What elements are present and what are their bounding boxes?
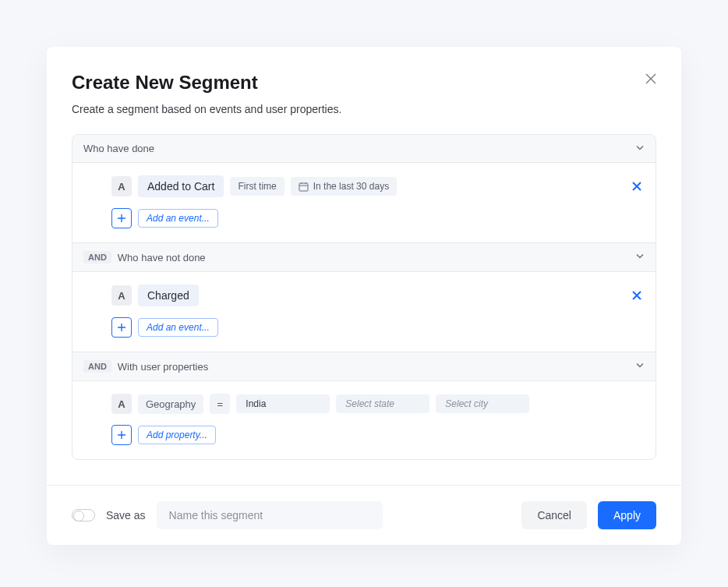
qualifier-chip[interactable]: First time <box>230 177 284 196</box>
event-chip[interactable]: Added to Cart <box>138 175 224 197</box>
add-event-link[interactable]: Add an event... <box>138 318 218 337</box>
letter-badge: A <box>111 394 132 414</box>
section-body-notdone: A Charged Add an event... <box>72 272 656 352</box>
property-chip[interactable]: Geography <box>138 394 203 414</box>
close-button[interactable] <box>645 73 656 84</box>
section-body-props: A Geography = India Select state Select … <box>72 381 656 459</box>
section-header-notdone[interactable]: AND Who have not done <box>72 243 656 272</box>
chevron-down-icon <box>635 252 645 263</box>
timeframe-chip[interactable]: In the last 30 days <box>291 177 397 196</box>
add-button[interactable] <box>111 425 132 445</box>
add-event-link[interactable]: Add an event... <box>138 209 218 228</box>
rules-container: Who have done A Added to Cart First time… <box>72 134 656 460</box>
plus-icon <box>117 214 126 223</box>
section-header-done[interactable]: Who have done <box>72 135 656 163</box>
save-as-toggle[interactable] <box>72 509 95 522</box>
section-title-notdone: Who have not done <box>118 252 206 263</box>
and-badge: AND <box>83 251 111 263</box>
close-icon <box>632 291 641 300</box>
value-chip[interactable]: India <box>236 394 330 413</box>
add-property-link[interactable]: Add property... <box>138 426 216 444</box>
svg-rect-0 <box>299 183 308 191</box>
and-badge: AND <box>83 360 111 373</box>
event-row-done: A Added to Cart First time In the last 3… <box>111 175 645 197</box>
chevron-down-icon <box>635 143 645 154</box>
delete-event-button[interactable] <box>629 288 645 303</box>
add-button[interactable] <box>111 208 132 228</box>
add-property-row: Add property... <box>111 425 645 445</box>
operator-chip[interactable]: = <box>210 394 230 414</box>
plus-icon <box>117 323 126 332</box>
modal-subtitle: Create a segment based on events and use… <box>72 103 656 115</box>
close-icon <box>632 182 641 191</box>
event-chip[interactable]: Charged <box>138 285 199 306</box>
event-row-notdone: A Charged <box>111 285 645 306</box>
section-header-props[interactable]: AND With user properties <box>72 352 656 381</box>
add-event-row-done: Add an event... <box>111 208 645 228</box>
city-select[interactable]: Select city <box>436 394 529 413</box>
property-row: A Geography = India Select state Select … <box>111 394 645 414</box>
add-event-row-notdone: Add an event... <box>111 317 645 338</box>
timeframe-text: In the last 30 days <box>313 181 389 192</box>
section-title-props: With user properties <box>118 361 208 373</box>
segment-name-input[interactable] <box>157 501 383 529</box>
modal-footer: Save as Cancel Apply <box>47 485 681 545</box>
cancel-button[interactable]: Cancel <box>521 501 587 529</box>
save-as-label: Save as <box>106 509 146 522</box>
delete-event-button[interactable] <box>629 179 645 194</box>
add-button[interactable] <box>111 317 132 338</box>
create-segment-modal: Create New Segment Create a segment base… <box>47 47 681 545</box>
chevron-down-icon <box>635 361 645 373</box>
modal-title: Create New Segment <box>72 72 656 94</box>
section-body-done: A Added to Cart First time In the last 3… <box>72 163 656 243</box>
modal-header: Create New Segment Create a segment base… <box>47 47 681 134</box>
state-select[interactable]: Select state <box>336 394 429 413</box>
close-icon <box>645 73 656 84</box>
calendar-icon <box>299 182 309 192</box>
apply-button[interactable]: Apply <box>598 501 656 529</box>
letter-badge: A <box>111 285 132 306</box>
letter-badge: A <box>111 176 132 196</box>
section-title-done: Who have done <box>83 143 154 154</box>
plus-icon <box>117 430 126 440</box>
